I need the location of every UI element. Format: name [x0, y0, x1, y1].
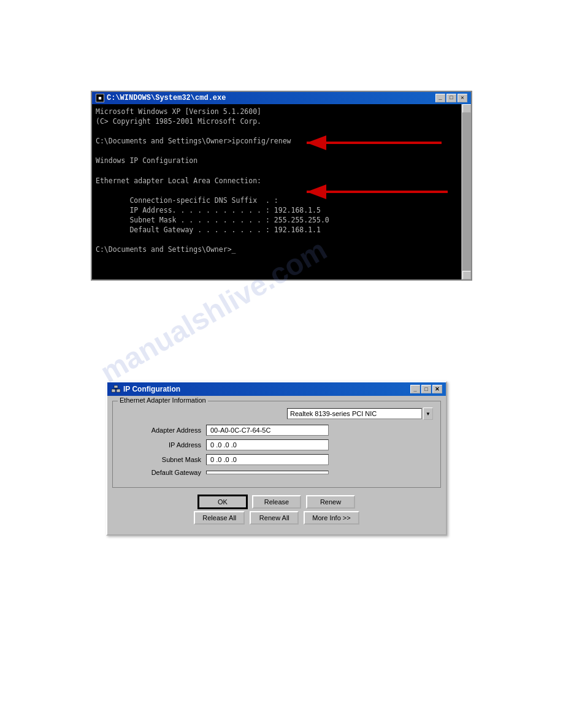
default-gateway-label: Default Gateway — [120, 469, 206, 476]
release-all-button[interactable]: Release All — [194, 511, 245, 525]
cmd-scroll-track[interactable] — [462, 113, 471, 271]
cmd-scroll-up[interactable]: ▲ — [462, 104, 471, 113]
ip-buttons: OK Release Renew Release All Renew All M… — [112, 493, 441, 529]
ip-titlebar-left: IP Configuration — [111, 384, 180, 394]
ok-button[interactable]: OK — [198, 495, 247, 509]
svg-rect-6 — [114, 385, 118, 388]
ip-close-button[interactable]: ✕ — [432, 385, 442, 393]
group-label: Ethernet Adapter Information — [118, 396, 208, 404]
cmd-window: ■ C:\WINDOWS\System32\cmd.exe _ □ ✕ Micr… — [91, 91, 472, 281]
subnet-mask-row: Subnet Mask 0 .0 .0 .0 — [120, 454, 433, 465]
default-gateway-value — [206, 471, 329, 474]
cmd-restore-button[interactable]: □ — [446, 94, 456, 102]
cmd-titlebar: ■ C:\WINDOWS\System32\cmd.exe _ □ ✕ — [92, 92, 471, 104]
cmd-output: Microsoft Windows XP [Version 5.1.2600] … — [96, 107, 467, 254]
adapter-address-value: 00-A0-0C-C7-64-5C — [206, 425, 329, 436]
cmd-title: C:\WINDOWS\System32\cmd.exe — [107, 94, 226, 102]
btn-row-1: OK Release Renew — [117, 495, 436, 509]
cmd-icon: ■ — [96, 94, 104, 102]
cmd-body: Microsoft Windows XP [Version 5.1.2600] … — [92, 104, 471, 279]
release-button[interactable]: Release — [252, 495, 301, 509]
ip-body: Ethernet Adapter Information Realtek 813… — [107, 396, 446, 534]
ip-titlebar: IP Configuration _ □ ✕ — [107, 382, 446, 396]
adapter-select-box: Realtek 8139-series PCI NIC — [287, 408, 422, 419]
renew-button[interactable]: Renew — [306, 495, 355, 509]
more-info-button[interactable]: More Info >> — [304, 511, 359, 525]
adapter-dropdown-arrow[interactable]: ▼ — [423, 408, 433, 420]
cmd-titlebar-title: ■ C:\WINDOWS\System32\cmd.exe — [96, 94, 226, 102]
ethernet-adapter-group: Ethernet Adapter Information Realtek 813… — [112, 401, 441, 488]
adapter-select: Realtek 8139-series PCI NIC ▼ — [287, 408, 433, 420]
cmd-minimize-button[interactable]: _ — [435, 94, 445, 102]
ip-address-row: IP Address 0 .0 .0 .0 — [120, 439, 433, 450]
ip-title: IP Configuration — [123, 385, 180, 393]
cmd-controls: _ □ ✕ — [435, 94, 467, 102]
subnet-mask-label: Subnet Mask — [120, 456, 206, 463]
adapter-address-row: Adapter Address 00-A0-0C-C7-64-5C — [120, 425, 433, 436]
adapter-address-label: Adapter Address — [120, 427, 206, 434]
renew-all-button[interactable]: Renew All — [250, 511, 299, 525]
ip-minimize-button[interactable]: _ — [410, 385, 420, 393]
ip-window-icon — [111, 384, 121, 394]
cmd-scroll-down[interactable]: ▼ — [462, 271, 471, 279]
ip-config-window: IP Configuration _ □ ✕ Ethernet Adapter … — [106, 381, 447, 536]
default-gateway-row: Default Gateway — [120, 469, 433, 476]
svg-rect-4 — [112, 389, 115, 392]
adapter-value: Realtek 8139-series PCI NIC — [290, 410, 377, 417]
adapter-row: Realtek 8139-series PCI NIC ▼ — [120, 408, 433, 420]
cmd-close-button[interactable]: ✕ — [458, 94, 467, 102]
ip-restore-button[interactable]: □ — [421, 385, 431, 393]
svg-rect-5 — [117, 389, 120, 392]
cmd-scrollbar[interactable]: ▲ ▼ — [461, 104, 471, 279]
ip-address-value: 0 .0 .0 .0 — [206, 439, 329, 450]
ip-controls: _ □ ✕ — [410, 385, 442, 393]
subnet-mask-value: 0 .0 .0 .0 — [206, 454, 329, 465]
btn-row-2: Release All Renew All More Info >> — [117, 511, 436, 525]
ip-address-label: IP Address — [120, 441, 206, 449]
